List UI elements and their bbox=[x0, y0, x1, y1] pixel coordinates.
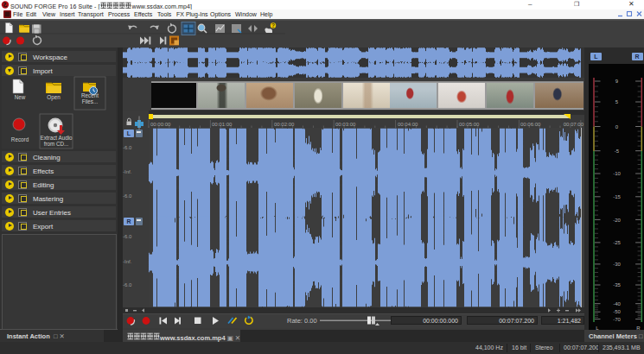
svg-text:-50: -50 bbox=[613, 309, 621, 314]
svg-text:-70: -70 bbox=[613, 317, 621, 322]
svg-text:5: 5 bbox=[615, 99, 619, 104]
svg-text:-15: -15 bbox=[613, 194, 621, 199]
svg-text:-20: -20 bbox=[613, 218, 621, 223]
svg-text:9: 9 bbox=[615, 79, 619, 84]
svg-text:0: 0 bbox=[615, 124, 619, 130]
svg-text:-5: -5 bbox=[615, 149, 620, 154]
svg-text:-25: -25 bbox=[613, 240, 621, 245]
svg-text:-10: -10 bbox=[613, 171, 621, 176]
svg-text:-40: -40 bbox=[613, 301, 621, 307]
svg-text:-30: -30 bbox=[613, 262, 621, 267]
svg-text:-35: -35 bbox=[613, 282, 621, 288]
